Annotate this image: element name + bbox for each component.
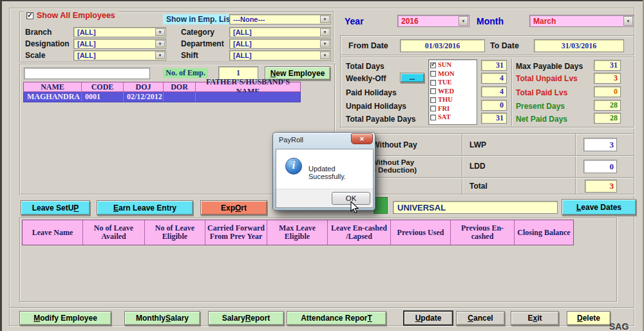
month-select[interactable]: March ▼ <box>529 15 634 27</box>
dropdown-arrow-icon[interactable]: ▼ <box>459 16 468 26</box>
weekday-item-sun[interactable]: ✓SUN <box>430 61 475 69</box>
label-post: pdate <box>421 314 441 323</box>
dropdown-arrow-icon[interactable]: ▼ <box>155 40 165 48</box>
weekday-item-tue[interactable]: TUE <box>430 79 475 86</box>
weekday-item-thu[interactable]: THU <box>430 96 475 104</box>
weekday-label: TUE <box>438 79 452 86</box>
days-summary-panel: Total Days Weekly-Off Paid Holidays Unpa… <box>340 57 634 128</box>
label-post: it <box>537 314 542 323</box>
paid-holidays-label: Paid Holidays <box>346 88 397 97</box>
weekly-off-picker-button[interactable]: ... <box>400 73 424 82</box>
to-date-field[interactable]: 31/03/2016 <box>534 39 624 52</box>
dropdown-arrow-icon[interactable]: ▼ <box>320 40 330 48</box>
filter-panel: ✓ Show All Employees Show in Emp. List -… <box>19 12 334 62</box>
paid-holidays-value[interactable]: 4 <box>481 86 507 97</box>
header-encashed-lapsed: Leave En-cashed /Lapsed <box>328 220 391 245</box>
occluded-button[interactable] <box>374 197 388 214</box>
label-hotkey: x <box>533 314 537 323</box>
checkbox-box[interactable] <box>430 115 436 120</box>
department-select[interactable]: [ALL] ▼ <box>229 39 331 49</box>
show-all-employees-checkbox[interactable]: ✓ Show All Employees <box>24 10 118 21</box>
total-days-value[interactable]: 31 <box>481 60 507 71</box>
from-date-label: From Date <box>348 41 388 50</box>
header-max-eligible: Max Leave Eligible <box>267 220 328 245</box>
label-pre: E <box>527 314 533 323</box>
max-payable-days-value[interactable]: 31 <box>594 60 621 71</box>
branch-value: [ALL] <box>77 28 96 36</box>
unpaid-holidays-value[interactable]: 0 <box>481 100 507 111</box>
shift-select[interactable]: [ALL] ▼ <box>229 50 331 61</box>
info-icon <box>285 158 302 175</box>
checkbox-box[interactable]: ✓ <box>430 62 436 68</box>
scale-select[interactable]: [ALL] ▼ <box>73 50 166 61</box>
checkbox-box[interactable] <box>430 97 436 103</box>
weekday-listbox[interactable]: ✓SUN MON TUE WED THU FRI SAT <box>428 59 477 125</box>
present-days-value[interactable]: 28 <box>594 100 621 111</box>
checkbox-box[interactable] <box>430 71 436 77</box>
designation-select[interactable]: [ALL] ▼ <box>73 39 166 49</box>
attendance-report-button[interactable]: Attendance ReporT <box>287 311 386 325</box>
modify-employee-button[interactable]: Modify Employee <box>19 311 111 325</box>
salary-report-button[interactable]: Salary Report <box>208 311 284 325</box>
date-range-panel: From Date 01/03/2016 To Date 31/03/2016 <box>340 35 634 55</box>
weekday-label: MON <box>438 71 455 77</box>
leave-dates-button[interactable]: Leave Dates <box>562 199 636 215</box>
delete-button[interactable]: Delete <box>567 311 611 325</box>
dropdown-arrow-icon[interactable]: ▼ <box>320 52 330 59</box>
total-payable-days-value[interactable]: 31 <box>481 113 507 124</box>
weekday-label: WED <box>438 88 454 95</box>
category-select[interactable]: [ALL] ▼ <box>229 27 331 37</box>
weekday-item-fri[interactable]: FRI <box>430 105 475 113</box>
weekday-item-wed[interactable]: WED <box>430 88 475 95</box>
month-label: Month <box>477 17 504 26</box>
dropdown-arrow-icon[interactable]: ▼ <box>623 16 633 26</box>
net-paid-days-value[interactable]: 28 <box>594 113 621 124</box>
cancel-button[interactable]: Cancel <box>456 311 505 325</box>
ldd-value-field[interactable]: 0 <box>583 160 617 173</box>
emp-list-select[interactable]: ---None--- ▼ <box>229 14 331 24</box>
weekday-item-mon[interactable]: MON <box>430 70 475 78</box>
checkbox-box[interactable]: ✓ <box>26 12 33 19</box>
label-post: eport <box>251 314 270 323</box>
payroll-message-dialog: PayRoll ✕ Updated Sucessfully. OK <box>272 132 375 211</box>
total-paid-lvs-value[interactable]: 0 <box>594 86 621 97</box>
present-days-label: Present Days <box>516 102 565 111</box>
header-no-availed: No of Leave Availed <box>83 220 145 245</box>
scale-value: [ALL] <box>77 52 96 59</box>
checkbox-box[interactable] <box>430 106 436 111</box>
dropdown-arrow-icon[interactable]: ▼ <box>155 52 165 59</box>
dropdown-arrow-icon[interactable]: ▼ <box>155 28 165 36</box>
lwp-value-field[interactable]: 3 <box>583 138 617 151</box>
shift-label: Shift <box>181 51 198 60</box>
total-value-field[interactable]: 3 <box>585 180 617 193</box>
employee-table-row-selected[interactable]: MAGHANDRA 0001 02/12/2012 <box>23 92 301 102</box>
exit-button[interactable]: Exit <box>511 311 559 325</box>
year-select[interactable]: 2016 ▼ <box>397 15 469 27</box>
update-button[interactable]: Update <box>404 311 453 325</box>
branch-select[interactable]: [ALL] ▼ <box>73 27 166 37</box>
monthly-salary-button[interactable]: Monthly Salary <box>124 311 200 325</box>
earn-leave-entry-button[interactable]: Earn Leave Entry <box>97 200 193 215</box>
leave-setup-button[interactable]: Leave SetUP <box>21 200 90 215</box>
company-name-field[interactable]: UNIVERSAL <box>393 201 558 214</box>
window-top-edge <box>0 0 644 1</box>
weekday-item-sat[interactable]: SAT <box>430 113 475 121</box>
cell-father-name <box>196 92 300 102</box>
total-unpaid-lvs-value[interactable]: 3 <box>594 73 621 84</box>
close-icon[interactable]: ✕ <box>351 133 373 144</box>
label-hotkey: R <box>245 314 251 323</box>
emp-list-value: ---None--- <box>233 15 265 23</box>
from-date-field[interactable]: 01/03/2016 <box>400 39 485 52</box>
weekly-off-value[interactable]: 4 <box>481 73 507 84</box>
shift-value: [ALL] <box>233 52 252 59</box>
dropdown-arrow-icon[interactable]: ▼ <box>320 15 330 23</box>
checkbox-box[interactable] <box>430 80 436 86</box>
employee-search-input[interactable] <box>24 68 150 79</box>
divider <box>511 59 512 126</box>
checkbox-box[interactable] <box>430 88 436 94</box>
header-no-eligible: No of Leave Eligible <box>145 220 205 245</box>
export-button[interactable]: ExpOrt <box>200 200 267 215</box>
dropdown-arrow-icon[interactable]: ▼ <box>320 28 330 36</box>
to-date-label: To Date <box>490 41 519 50</box>
net-paid-days-label: Net Paid Days <box>516 115 567 124</box>
